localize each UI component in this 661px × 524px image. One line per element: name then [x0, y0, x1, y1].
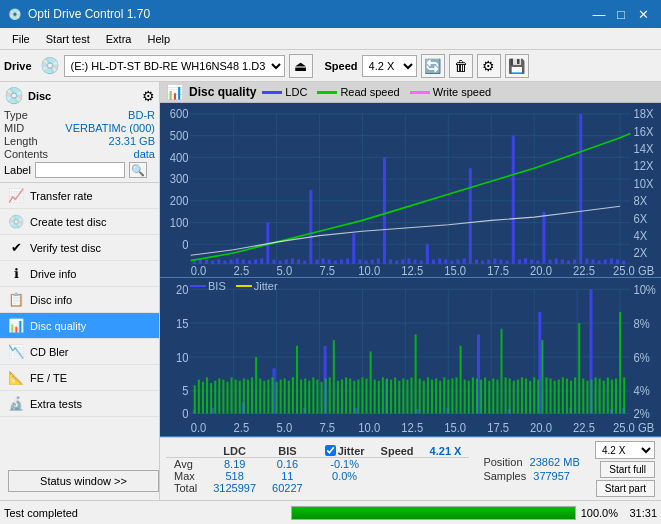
- disc-length-value: 23.31 GB: [109, 135, 155, 147]
- status-window-button[interactable]: Status window >>: [8, 470, 159, 492]
- svg-rect-160: [235, 380, 237, 414]
- title-bar: 💿 Opti Drive Control 1.70 — □ ✕: [0, 0, 661, 28]
- svg-rect-208: [431, 380, 433, 414]
- sidebar-item-fe-te[interactable]: 📐 FE / TE: [0, 365, 159, 391]
- svg-rect-238: [554, 381, 556, 414]
- svg-rect-200: [398, 381, 400, 414]
- sidebar-item-cd-bler[interactable]: 📉 CD Bler: [0, 339, 159, 365]
- menu-help[interactable]: Help: [139, 31, 178, 47]
- position-value: 23862 MB: [530, 456, 580, 468]
- sidebar-item-drive-info[interactable]: ℹ Drive info: [0, 261, 159, 287]
- close-button[interactable]: ✕: [633, 5, 653, 23]
- minimize-button[interactable]: —: [589, 5, 609, 23]
- svg-rect-167: [263, 381, 265, 414]
- svg-text:15.0: 15.0: [444, 263, 466, 276]
- svg-text:0: 0: [182, 237, 188, 250]
- svg-rect-0: [160, 103, 661, 277]
- disc-panel: 💿 Disc ⚙ Type BD-R MID VERBATIMc (000) L…: [0, 82, 159, 183]
- sidebar-item-transfer-rate[interactable]: 📈 Transfer rate: [0, 183, 159, 209]
- svg-rect-45: [352, 233, 355, 263]
- svg-text:17.5: 17.5: [487, 263, 509, 276]
- stats-avg-ldc: 8.19: [205, 457, 264, 470]
- jitter-checkbox[interactable]: [325, 445, 336, 456]
- disc-panel-icon: 💿: [4, 86, 24, 105]
- svg-text:2.5: 2.5: [234, 263, 250, 276]
- sidebar-item-disc-info[interactable]: 📋 Disc info: [0, 287, 159, 313]
- svg-rect-201: [402, 378, 404, 413]
- sidebar-item-label-create-test-disc: Create test disc: [30, 216, 106, 228]
- svg-rect-233: [533, 377, 535, 413]
- svg-rect-37: [303, 261, 306, 264]
- svg-rect-242: [570, 381, 572, 414]
- svg-text:12X: 12X: [633, 159, 653, 172]
- svg-text:15: 15: [176, 316, 189, 331]
- svg-rect-179: [312, 377, 314, 413]
- svg-rect-184: [333, 340, 335, 413]
- disc-label-btn[interactable]: 🔍: [129, 162, 147, 178]
- legend-bis-color: [190, 285, 206, 287]
- settings-button[interactable]: ⚙: [477, 54, 501, 78]
- sidebar-item-create-test-disc[interactable]: 💿 Create test disc: [0, 209, 159, 235]
- svg-text:2%: 2%: [633, 406, 650, 421]
- svg-text:0.0: 0.0: [191, 263, 207, 276]
- svg-rect-204: [415, 334, 417, 413]
- start-part-button[interactable]: Start part: [596, 480, 655, 497]
- stats-avg-jitter: -0.1%: [311, 457, 373, 470]
- stats-total-bis: 60227: [264, 482, 311, 494]
- erase-button[interactable]: 🗑: [449, 54, 473, 78]
- svg-rect-231: [525, 378, 527, 413]
- stats-col-bis: BIS: [264, 445, 311, 458]
- svg-rect-189: [353, 381, 355, 414]
- stats-col-ldc: LDC: [205, 445, 264, 458]
- refresh-button[interactable]: 🔄: [421, 54, 445, 78]
- samples-value: 377957: [533, 470, 570, 482]
- svg-text:18X: 18X: [633, 107, 653, 120]
- drive-info-icon: ℹ: [8, 266, 24, 281]
- svg-rect-191: [361, 377, 363, 413]
- chart-bis: BIS Jitter: [160, 278, 661, 437]
- maximize-button[interactable]: □: [611, 5, 631, 23]
- transfer-rate-icon: 📈: [8, 188, 24, 203]
- stats-avg-bis: 0.16: [264, 457, 311, 470]
- disc-label-row: Label 🔍: [4, 162, 155, 178]
- svg-text:10.0: 10.0: [358, 420, 380, 435]
- svg-rect-23: [217, 260, 220, 264]
- svg-rect-194: [374, 380, 376, 414]
- svg-rect-175: [296, 346, 298, 414]
- legend-write-speed-color: [410, 91, 430, 94]
- eject-button[interactable]: ⏏: [289, 54, 313, 78]
- disc-mid-row: MID VERBATIMc (000): [4, 122, 155, 134]
- menu-start-test[interactable]: Start test: [38, 31, 98, 47]
- svg-text:8%: 8%: [633, 316, 650, 331]
- save-button[interactable]: 💾: [505, 54, 529, 78]
- legend-read-speed-label: Read speed: [340, 86, 399, 98]
- sidebar-item-disc-quality[interactable]: 📊 Disc quality: [0, 313, 159, 339]
- start-full-button[interactable]: Start full: [600, 461, 655, 478]
- svg-rect-50: [383, 157, 386, 264]
- sidebar-item-verify-test-disc[interactable]: ✔ Verify test disc: [0, 235, 159, 261]
- progress-bar-container: [291, 506, 576, 520]
- menu-extra[interactable]: Extra: [98, 31, 140, 47]
- legend-read-speed-color: [317, 91, 337, 94]
- svg-rect-236: [545, 377, 547, 413]
- sidebar-item-extra-tests[interactable]: 🔬 Extra tests: [0, 391, 159, 417]
- disc-label-input[interactable]: [35, 162, 125, 178]
- disc-type-value: BD-R: [128, 109, 155, 121]
- stats-total-ldc: 3125997: [205, 482, 264, 494]
- svg-rect-52: [395, 261, 398, 264]
- svg-text:2X: 2X: [633, 246, 647, 259]
- svg-rect-73: [524, 258, 527, 263]
- svg-rect-153: [206, 377, 208, 413]
- svg-text:400: 400: [170, 150, 189, 163]
- menu-file[interactable]: File: [4, 31, 38, 47]
- svg-rect-169: [271, 377, 273, 413]
- svg-rect-85: [598, 261, 601, 264]
- samples-label: Samples: [483, 470, 526, 482]
- drive-select[interactable]: (E:) HL-DT-ST BD-RE WH16NS48 1.D3: [64, 55, 285, 77]
- legend-ldc-color: [262, 91, 282, 94]
- svg-text:10X: 10X: [633, 176, 653, 189]
- stats-speed-select[interactable]: 4.2 X: [595, 441, 655, 459]
- speed-select[interactable]: 4.2 X: [362, 55, 417, 77]
- svg-text:5.0: 5.0: [277, 263, 293, 276]
- svg-rect-32: [272, 260, 275, 264]
